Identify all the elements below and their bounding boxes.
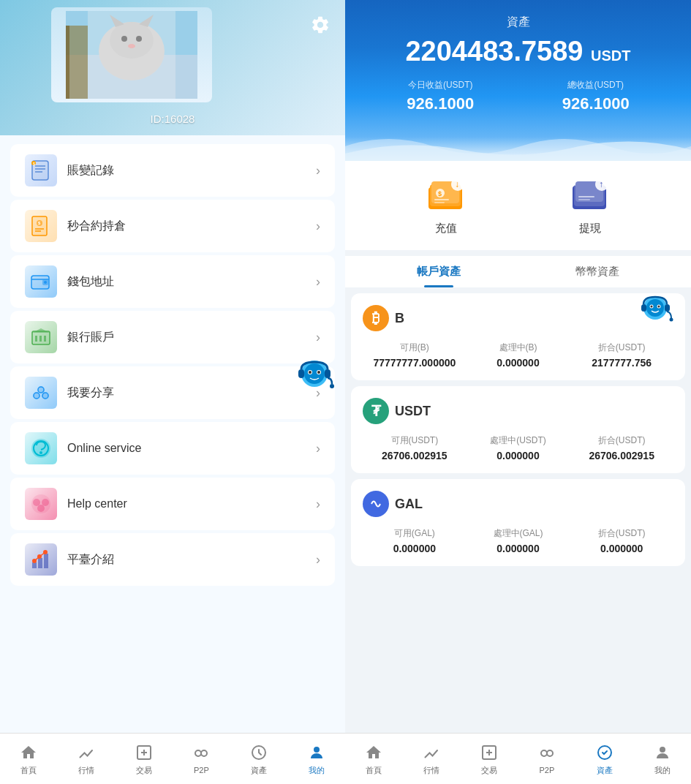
total-value: 926.1000 (518, 94, 674, 113)
bottom-spacer (345, 572, 691, 579)
nav-mine-right[interactable]: 我的 (633, 742, 691, 776)
svg-rect-59 (38, 558, 42, 568)
about-label: 平臺介紹 (67, 552, 316, 568)
svg-point-57 (42, 499, 49, 506)
ledger-arrow: › (316, 163, 320, 178)
svg-point-56 (33, 499, 40, 506)
settings-button[interactable] (307, 12, 333, 38)
assets-header: 資產 2204483.7589 USDT 今日收益(USDT) 926.1000… (345, 0, 691, 161)
svg-rect-33 (35, 336, 37, 342)
nav-assets-left[interactable]: 資產 (230, 742, 288, 776)
nav-p2p-left[interactable]: P2P (173, 743, 230, 774)
right-panel: 資產 2204483.7589 USDT 今日收益(USDT) 926.1000… (345, 0, 691, 784)
right-content: $ ↓ 充值 (345, 161, 691, 733)
home-icon-right (363, 742, 384, 763)
svg-rect-77 (434, 202, 445, 203)
nav-p2p-label-right: P2P (540, 766, 555, 774)
menu-item-about[interactable]: 平臺介紹 › (10, 533, 335, 586)
today-value: 926.1000 (363, 94, 518, 113)
nav-trade-right[interactable]: 交易 (461, 742, 518, 776)
menu-item-help[interactable]: Help center › (10, 478, 335, 530)
svg-rect-58 (32, 562, 37, 568)
svg-point-100 (541, 750, 547, 756)
usdt-equivalent-label: 折合(USDT) (570, 434, 673, 447)
svg-rect-49 (325, 369, 331, 378)
wave-decoration (345, 132, 691, 161)
usdt-available-label: 可用(USDT) (363, 434, 467, 447)
menu-item-ledger[interactable]: $ 賬變記錄 › (10, 144, 335, 197)
btc-available-col: 可用(B) 77777777.000000 (363, 342, 467, 369)
usdt-header: ₮ USDT (363, 398, 673, 424)
nav-market-left[interactable]: 行情 (58, 742, 116, 776)
svg-point-103 (660, 747, 665, 753)
btc-card: ₿ B (351, 293, 685, 380)
bank-label: 銀行賬戶 (67, 330, 316, 345)
assets-icon-left (249, 742, 269, 763)
tab-currency-assets[interactable]: 幣幣資產 (518, 256, 677, 287)
menu-item-contract[interactable]: $ 秒合約持倉 › (10, 200, 335, 252)
deposit-button[interactable]: $ ↓ 充值 (424, 176, 468, 235)
gal-available-col: 可用(GAL) 0.000000 (363, 527, 467, 554)
bank-arrow: › (316, 330, 320, 345)
mine-icon-left (306, 742, 327, 763)
deposit-label: 充值 (435, 222, 457, 235)
menu-item-bank[interactable]: 銀行賬戶 › (10, 311, 335, 363)
btc-processing-label: 處理中(B) (467, 342, 570, 354)
svg-point-55 (37, 505, 45, 512)
nav-mine-label-right: 我的 (654, 765, 671, 776)
bank-icon (25, 321, 57, 353)
gal-processing-value: 0.000000 (467, 543, 570, 554)
svg-point-46 (309, 371, 311, 374)
usdt-equivalent-col: 折合(USDT) 26706.002915 (570, 434, 673, 461)
profile-photo (51, 7, 212, 102)
action-buttons: $ ↓ 充值 (345, 161, 691, 250)
nav-assets-label-left: 資產 (251, 765, 267, 776)
contract-icon: $ (25, 210, 57, 242)
share-label: 我要分享 (67, 385, 316, 401)
withdraw-label: 提現 (579, 222, 601, 235)
service-icon (25, 432, 57, 464)
nav-trade-left[interactable]: 交易 (115, 742, 173, 776)
nav-home-left[interactable]: 首頁 (0, 742, 58, 776)
p2p-icon-right (537, 743, 557, 764)
home-icon-left (18, 742, 39, 763)
nav-assets-right[interactable]: 資產 (575, 742, 633, 776)
deposit-icon: $ ↓ (424, 177, 468, 215)
help-arrow: › (316, 497, 320, 512)
btc-name: B (395, 311, 404, 326)
left-bottom-nav: 首頁 行情 交易 P2P 資產 (0, 733, 345, 784)
tab-account-assets[interactable]: 帳戶資產 (360, 256, 518, 287)
gal-processing-col: 處理中(GAL) 0.000000 (467, 527, 570, 554)
assets-amount: 2204483.7589 USDT (363, 36, 673, 67)
nav-mine-label-left: 我的 (309, 765, 325, 776)
svg-text:$: $ (438, 190, 442, 197)
nav-home-label-right: 首頁 (366, 765, 382, 776)
btc-equivalent-value: 2177777.756 (570, 357, 673, 369)
withdraw-icon: ↑ (568, 177, 612, 215)
svg-rect-60 (44, 554, 48, 568)
contract-arrow: › (316, 219, 320, 234)
menu-item-share[interactable]: 我要分享 › (10, 366, 335, 419)
usdt-available-col: 可用(USDT) 26706.002915 (363, 434, 467, 461)
menu-item-service[interactable]: Online service › (10, 422, 335, 475)
right-bottom-nav: 首頁 行情 交易 P2P 資產 (345, 733, 691, 784)
nav-home-right[interactable]: 首頁 (345, 742, 403, 776)
svg-rect-10 (66, 26, 69, 99)
share-icon (25, 377, 57, 409)
about-icon (25, 543, 57, 576)
nav-market-right[interactable]: 行情 (403, 742, 461, 776)
wallet-label: 錢包地址 (67, 274, 316, 290)
gal-available-value: 0.000000 (363, 543, 467, 554)
svg-marker-32 (32, 328, 50, 333)
svg-rect-11 (88, 11, 175, 99)
svg-text:↑: ↑ (599, 179, 603, 189)
nav-mine-left[interactable]: 我的 (287, 742, 345, 776)
profile-header: ID:16028 (0, 0, 345, 135)
nav-p2p-right[interactable]: P2P (518, 743, 575, 774)
help-icon (25, 488, 57, 520)
btc-headset-float (632, 287, 679, 338)
withdraw-button[interactable]: ↑ 提現 (568, 176, 612, 235)
svg-rect-84 (578, 199, 590, 200)
usdt-icon: ₮ (363, 398, 389, 424)
menu-item-wallet[interactable]: 錢包地址 › (10, 255, 335, 308)
